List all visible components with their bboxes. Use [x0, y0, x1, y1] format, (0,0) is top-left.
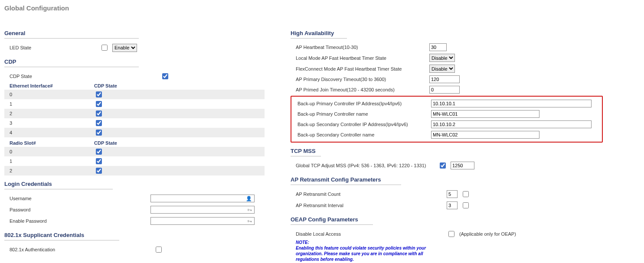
ap-retrans-interval-label: AP Retransmit Interval	[296, 203, 443, 208]
disable-local-access-label: Disable Local Access	[296, 231, 443, 237]
ap-retrans-count-input[interactable]	[447, 190, 458, 198]
backup-primary-name-input[interactable]	[431, 110, 539, 118]
ap-heartbeat-timeout-label: AP Heartbeat Timeout(10-30)	[296, 45, 426, 50]
page-title: Global Configuration	[4, 4, 640, 12]
ap-retrans-count-label: AP Retransmit Count	[296, 192, 443, 197]
tcp-mss-input[interactable]	[451, 162, 474, 169]
section-cdp: CDP	[4, 58, 139, 67]
table-row: 0	[4, 90, 265, 99]
ap-retrans-count-checkbox[interactable]	[463, 191, 469, 197]
primed-join-timeout-input[interactable]	[429, 86, 460, 94]
radio-cdpstate-header: CDP State	[94, 140, 129, 146]
oeap-note: NOTE: Enabling this feature could violat…	[291, 240, 448, 262]
password-label: Password	[10, 207, 150, 212]
section-tcp-mss: TCP MSS	[291, 148, 321, 156]
led-state-checkbox[interactable]	[101, 45, 108, 51]
primed-join-timeout-label: AP Primed Join Timeout(120 - 43200 secon…	[296, 87, 426, 92]
username-input[interactable]	[150, 195, 255, 202]
backup-secondary-name-input[interactable]	[431, 131, 539, 139]
ap-retrans-interval-input[interactable]	[447, 201, 458, 209]
enable-password-label: Enable Password	[10, 218, 150, 224]
table-row: 1	[4, 99, 265, 109]
backup-primary-ip-input[interactable]	[431, 100, 592, 107]
radio-cdp-1[interactable]	[96, 158, 102, 164]
section-oeap: OEAP Config Parameters	[291, 216, 373, 225]
radio-slot-header: Radio Slot#	[10, 140, 94, 146]
disable-local-access-checkbox[interactable]	[448, 231, 454, 237]
eth-cdpstate-header: CDP State	[94, 83, 129, 88]
ap-heartbeat-timeout-input[interactable]	[429, 43, 447, 51]
section-login: Login Credentials	[4, 181, 113, 189]
primary-discovery-timeout-input[interactable]	[429, 75, 460, 83]
password-input[interactable]	[150, 206, 255, 214]
table-row: 2	[4, 166, 265, 175]
table-row: 1	[4, 156, 265, 166]
backup-secondary-ip-input[interactable]	[431, 120, 592, 128]
table-row: 3	[4, 118, 265, 128]
local-fast-hb-label: Local Mode AP Fast Heartbeat Timer State	[296, 55, 426, 61]
backup-controllers-highlight: Back-up Primary Controller IP Address(Ip…	[291, 96, 603, 143]
dot1x-auth-label: 802.1x Authentication	[10, 247, 150, 252]
flex-fast-hb-select[interactable]: Disable	[429, 65, 455, 73]
username-label: Username	[10, 196, 150, 201]
radio-cdp-0[interactable]	[96, 149, 102, 155]
backup-secondary-ip-label: Back-up Secondary Controller IP Address(…	[297, 122, 428, 127]
eth-cdp-4[interactable]	[96, 130, 102, 136]
tcp-mss-checkbox[interactable]	[440, 162, 446, 169]
eth-cdp-3[interactable]	[96, 120, 102, 126]
enable-password-input[interactable]	[150, 217, 255, 225]
table-row: 2	[4, 109, 265, 118]
eth-interface-header: Ethernet Interface#	[10, 83, 94, 88]
section-supplicant: 802.1x Supplicant Credentials	[4, 232, 119, 240]
cdp-state-label: CDP State	[10, 74, 157, 79]
ap-retrans-interval-checkbox[interactable]	[463, 202, 469, 208]
section-ha: High Availability	[291, 30, 347, 39]
local-fast-hb-select[interactable]: Disable	[429, 54, 455, 62]
flex-fast-hb-label: FlexConnect Mode AP Fast Heartbeat Timer…	[296, 66, 426, 71]
backup-primary-ip-label: Back-up Primary Controller IP Address(Ip…	[297, 101, 428, 106]
backup-primary-name-label: Back-up Primary Controller name	[297, 111, 428, 117]
table-row: 4	[4, 128, 265, 137]
led-state-label: LED State	[10, 45, 96, 50]
table-row: 0	[4, 147, 265, 156]
backup-secondary-name-label: Back-up Secondary Controller name	[297, 132, 428, 137]
eth-cdp-1[interactable]	[96, 101, 102, 107]
eth-cdp-0[interactable]	[96, 91, 102, 97]
led-state-select[interactable]: Enable	[112, 44, 137, 52]
primary-discovery-timeout-label: AP Primary Discovery Timeout(30 to 3600)	[296, 77, 426, 82]
oeap-paren: (Applicable only for OEAP)	[459, 231, 516, 237]
section-general: General	[4, 30, 139, 39]
eth-cdp-2[interactable]	[96, 110, 102, 117]
dot1x-auth-checkbox[interactable]	[156, 247, 162, 253]
cdp-state-checkbox[interactable]	[162, 73, 168, 79]
tcp-mss-label: Global TCP Adjust MSS (IPv4: 536 - 1363,…	[296, 163, 435, 168]
radio-cdp-2[interactable]	[96, 168, 102, 174]
section-ap-retransmit: AP Retransmit Config Parameters	[291, 176, 401, 185]
